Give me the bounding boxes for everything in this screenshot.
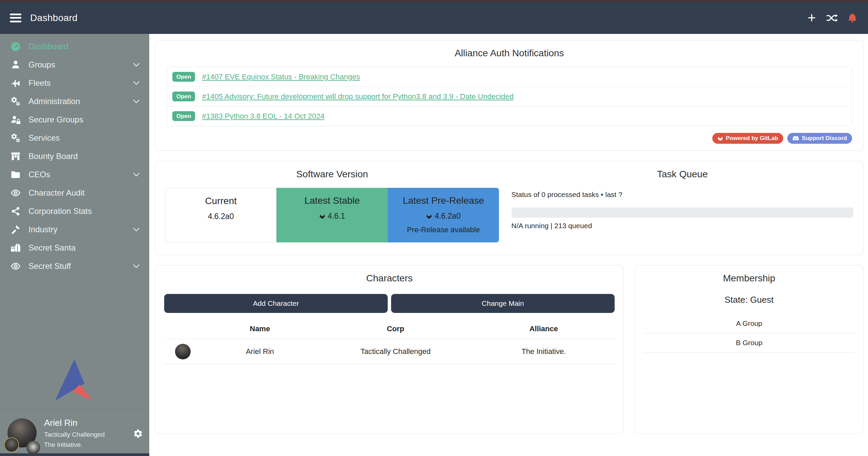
chevron-down-icon (132, 97, 140, 105)
sidebar-item-secret-santa[interactable]: Secret Santa (0, 239, 149, 257)
sidebar-item-bounty-board[interactable]: Bounty Board (0, 147, 149, 165)
alliance-auth-logo (54, 359, 95, 401)
gears-icon (10, 96, 21, 107)
add-character-button[interactable]: Add Character (164, 294, 388, 313)
sidebar-item-fleets[interactable]: Fleets (0, 74, 149, 92)
share-icon (10, 206, 21, 217)
status-badge: Open (172, 72, 195, 82)
screen: Dashboard + (0, 0, 868, 456)
column-header-corp: Corp (318, 318, 472, 339)
notifications-bell-icon[interactable] (847, 12, 858, 24)
gears-icon (10, 133, 21, 143)
sidebar-item-dashboard[interactable]: Dashboard (0, 37, 149, 56)
characters-table: Name Corp Alliance Ariel Rin Tactically … (164, 318, 615, 364)
user-icon (10, 59, 21, 70)
chevron-down-icon (132, 79, 140, 87)
membership-panel: Membership State: Guest A Group B Group (635, 265, 863, 434)
sidebar-item-label: Groups (28, 60, 55, 70)
notification-row[interactable]: Open #1383 Python 3.8 EOL - 14 Oct 2024 (167, 106, 852, 126)
hamburger-menu-icon[interactable] (10, 14, 21, 22)
top-navbar: Dashboard + (0, 2, 868, 34)
software-version-section: Software Version Current 4.6.2a0 Latest … (165, 169, 509, 247)
notification-link[interactable]: #1405 Advisory: Future development will … (202, 92, 513, 101)
support-discord-badge[interactable]: Support Discord (787, 133, 852, 144)
task-queue-title: Task Queue (512, 169, 854, 180)
sidebar-item-corporation-stats[interactable]: Corporation Stats (0, 202, 149, 220)
alliance-auth-notifications-panel: Alliance Auth Notifications Open #1407 E… (155, 40, 863, 151)
chevron-down-icon (132, 225, 140, 234)
sidebar-item-label: CEOs (28, 170, 50, 179)
alliance-logo-badge (26, 441, 40, 454)
group-row: A Group (644, 314, 854, 333)
add-character-plus-icon[interactable]: + (806, 12, 817, 24)
version-cell-latest-stable: Latest Stable 4.6.1 (276, 188, 388, 242)
prerelease-note: Pre-Release available (388, 225, 499, 234)
folder-icon (10, 169, 21, 180)
notifications-list: Open #1407 EVE Equinox Status - Breaking… (167, 67, 852, 126)
chevron-down-icon (132, 262, 140, 270)
gitlab-icon (426, 213, 432, 219)
change-main-button[interactable]: Change Main (391, 294, 615, 313)
version-table: Current 4.6.2a0 Latest Stable 4.6.1 Late… (165, 188, 499, 242)
characters-title: Characters (164, 273, 615, 284)
column-header-portrait (164, 323, 201, 334)
character-alliance: The Initiative. (473, 347, 615, 356)
sidebar-item-label: Corporation Stats (28, 206, 92, 216)
column-header-name: Name (201, 318, 318, 339)
gauge-icon (10, 41, 21, 52)
user-panel[interactable]: Ariel Rin Tactically Challenged The Init… (0, 414, 149, 453)
user-settings-gear-icon[interactable] (133, 429, 143, 439)
shuffle-icon[interactable] (826, 12, 838, 24)
notifications-title: Alliance Auth Notifications (167, 48, 852, 59)
sidebar-item-label: Secure Groups (28, 115, 83, 124)
notification-row[interactable]: Open #1407 EVE Equinox Status - Breaking… (167, 67, 852, 86)
version-cell-latest-prerelease: Latest Pre-Release 4.6.2a0 Pre-Release a… (388, 188, 499, 242)
notification-link[interactable]: #1407 EVE Equinox Status - Breaking Chan… (202, 73, 360, 81)
sidebar-item-secret-stuff[interactable]: Secret Stuff (0, 257, 149, 275)
sidebar-item-label: Secret Stuff (28, 261, 71, 271)
sidebar-item-industry[interactable]: Industry (0, 220, 149, 239)
chevron-down-icon (132, 171, 140, 179)
status-badge: Open (172, 92, 195, 101)
task-queue-summary: N/A running | 213 queued (512, 222, 854, 230)
sidebar-item-character-audit[interactable]: Character Audit (0, 184, 149, 202)
version-cell-current: Current 4.6.2a0 (165, 188, 276, 242)
sidebar-item-label: Fleets (28, 78, 51, 88)
membership-title: Membership (644, 273, 854, 284)
jet-icon (10, 78, 21, 88)
notification-row[interactable]: Open #1405 Advisory: Future development … (167, 86, 852, 106)
character-name: Ariel Rin (201, 347, 318, 356)
sidebar-item-groups[interactable]: Groups (0, 56, 149, 74)
group-row: B Group (644, 333, 854, 353)
characters-panel: Characters Add Character Change Main Nam… (155, 265, 623, 434)
sidebar-item-secure-groups[interactable]: Secure Groups (0, 111, 149, 129)
task-queue-section: Task Queue Status of 0 processed tasks •… (509, 169, 854, 247)
gitlab-icon (717, 136, 723, 141)
eye-icon (10, 187, 21, 198)
sidebar-bottom-strip (0, 453, 149, 456)
sidebar-item-administration[interactable]: Administration (0, 92, 149, 111)
sidebar-item-label: Character Audit (28, 188, 84, 198)
sidebar-item-label: Dashboard (28, 42, 68, 51)
hammer-icon (10, 224, 21, 235)
task-queue-status: Status of 0 processed tasks • last ? (512, 191, 854, 199)
column-header-alliance: Alliance (473, 318, 615, 339)
sidebar-item-label: Administration (28, 97, 80, 106)
sidebar-item-ceos[interactable]: CEOs (0, 165, 149, 184)
sidebar-item-services[interactable]: Services (0, 129, 149, 147)
character-row[interactable]: Ariel Rin Tactically Challenged The Init… (164, 339, 615, 364)
sidebar-item-label: Bounty Board (28, 152, 78, 161)
sidebar-item-label: Secret Santa (28, 243, 76, 253)
membership-state: State: Guest (644, 295, 854, 305)
eye-icon (10, 261, 21, 272)
gifts-icon (10, 242, 21, 253)
membership-groups-list: A Group B Group (644, 314, 854, 353)
character-corp: Tactically Challenged (318, 347, 472, 356)
shop-icon (10, 151, 21, 162)
sidebar-item-label: Industry (28, 225, 57, 234)
user-corp: Tactically Challenged (44, 431, 105, 438)
notification-link[interactable]: #1383 Python 3.8 EOL - 14 Oct 2024 (202, 112, 324, 121)
software-version-task-queue-panel: Software Version Current 4.6.2a0 Latest … (155, 161, 863, 255)
software-version-title: Software Version (165, 169, 499, 180)
powered-by-gitlab-badge[interactable]: Powered by GitLab (712, 133, 783, 144)
